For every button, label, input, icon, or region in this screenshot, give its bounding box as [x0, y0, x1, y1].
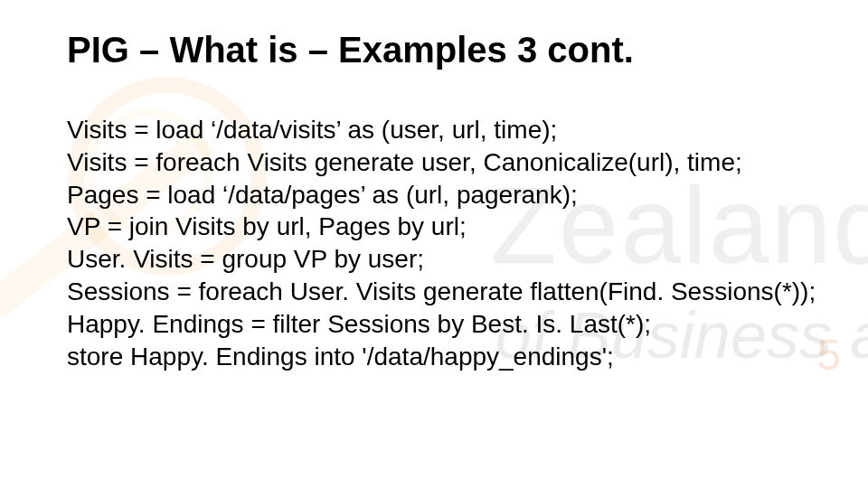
code-line: Happy. Endings = filter Sessions by Best… [67, 308, 814, 341]
code-line: VP = join Visits by url, Pages by url; [67, 211, 814, 243]
code-line: Pages = load ‘/data/pages’ as (url, page… [67, 179, 814, 211]
slide-container: PIG – What is – Examples 3 cont. Visits … [0, 0, 868, 488]
code-line: User. Visits = group VP by user; [67, 243, 814, 276]
code-line: Sessions = foreach User. Visits generate… [67, 276, 814, 308]
code-line: store Happy. Endings into '/data/happy_e… [67, 341, 814, 373]
code-line: Visits = foreach Visits generate user, C… [67, 146, 814, 179]
slide-title: PIG – What is – Examples 3 cont. [67, 29, 814, 70]
code-block: Visits = load ‘/data/visits’ as (user, u… [67, 114, 814, 373]
code-line: Visits = load ‘/data/visits’ as (user, u… [67, 114, 814, 146]
